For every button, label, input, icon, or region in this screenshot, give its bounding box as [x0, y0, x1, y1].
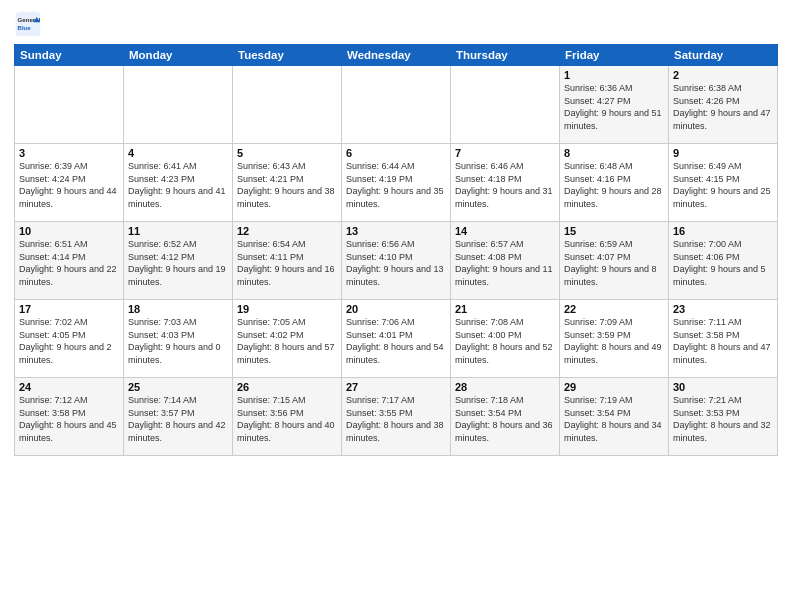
day-info: Sunrise: 7:12 AM Sunset: 3:58 PM Dayligh… [19, 394, 119, 444]
calendar-cell: 11Sunrise: 6:52 AM Sunset: 4:12 PM Dayli… [124, 222, 233, 300]
day-header-saturday: Saturday [669, 45, 778, 66]
day-number: 29 [564, 381, 664, 393]
day-number: 26 [237, 381, 337, 393]
day-info: Sunrise: 7:18 AM Sunset: 3:54 PM Dayligh… [455, 394, 555, 444]
logo-icon: General Blue [14, 10, 42, 38]
day-number: 21 [455, 303, 555, 315]
calendar-cell: 7Sunrise: 6:46 AM Sunset: 4:18 PM Daylig… [451, 144, 560, 222]
calendar-cell: 9Sunrise: 6:49 AM Sunset: 4:15 PM Daylig… [669, 144, 778, 222]
day-number: 7 [455, 147, 555, 159]
day-info: Sunrise: 7:03 AM Sunset: 4:03 PM Dayligh… [128, 316, 228, 366]
day-info: Sunrise: 7:11 AM Sunset: 3:58 PM Dayligh… [673, 316, 773, 366]
calendar-cell: 12Sunrise: 6:54 AM Sunset: 4:11 PM Dayli… [233, 222, 342, 300]
day-info: Sunrise: 7:05 AM Sunset: 4:02 PM Dayligh… [237, 316, 337, 366]
calendar-cell: 4Sunrise: 6:41 AM Sunset: 4:23 PM Daylig… [124, 144, 233, 222]
day-info: Sunrise: 6:43 AM Sunset: 4:21 PM Dayligh… [237, 160, 337, 210]
day-info: Sunrise: 6:59 AM Sunset: 4:07 PM Dayligh… [564, 238, 664, 288]
day-info: Sunrise: 6:57 AM Sunset: 4:08 PM Dayligh… [455, 238, 555, 288]
day-info: Sunrise: 7:00 AM Sunset: 4:06 PM Dayligh… [673, 238, 773, 288]
calendar-cell: 17Sunrise: 7:02 AM Sunset: 4:05 PM Dayli… [15, 300, 124, 378]
calendar-cell: 1Sunrise: 6:36 AM Sunset: 4:27 PM Daylig… [560, 66, 669, 144]
calendar-cell: 19Sunrise: 7:05 AM Sunset: 4:02 PM Dayli… [233, 300, 342, 378]
calendar-cell: 30Sunrise: 7:21 AM Sunset: 3:53 PM Dayli… [669, 378, 778, 456]
day-info: Sunrise: 6:48 AM Sunset: 4:16 PM Dayligh… [564, 160, 664, 210]
calendar-cell [15, 66, 124, 144]
day-number: 22 [564, 303, 664, 315]
calendar-cell: 22Sunrise: 7:09 AM Sunset: 3:59 PM Dayli… [560, 300, 669, 378]
day-number: 17 [19, 303, 119, 315]
day-header-friday: Friday [560, 45, 669, 66]
day-info: Sunrise: 6:49 AM Sunset: 4:15 PM Dayligh… [673, 160, 773, 210]
day-info: Sunrise: 6:56 AM Sunset: 4:10 PM Dayligh… [346, 238, 446, 288]
day-info: Sunrise: 6:54 AM Sunset: 4:11 PM Dayligh… [237, 238, 337, 288]
day-info: Sunrise: 7:21 AM Sunset: 3:53 PM Dayligh… [673, 394, 773, 444]
calendar-cell: 26Sunrise: 7:15 AM Sunset: 3:56 PM Dayli… [233, 378, 342, 456]
day-info: Sunrise: 7:19 AM Sunset: 3:54 PM Dayligh… [564, 394, 664, 444]
day-number: 4 [128, 147, 228, 159]
day-number: 10 [19, 225, 119, 237]
day-info: Sunrise: 7:08 AM Sunset: 4:00 PM Dayligh… [455, 316, 555, 366]
day-info: Sunrise: 7:17 AM Sunset: 3:55 PM Dayligh… [346, 394, 446, 444]
calendar-cell: 6Sunrise: 6:44 AM Sunset: 4:19 PM Daylig… [342, 144, 451, 222]
day-number: 27 [346, 381, 446, 393]
day-number: 15 [564, 225, 664, 237]
calendar-cell: 29Sunrise: 7:19 AM Sunset: 3:54 PM Dayli… [560, 378, 669, 456]
day-number: 13 [346, 225, 446, 237]
calendar-cell: 20Sunrise: 7:06 AM Sunset: 4:01 PM Dayli… [342, 300, 451, 378]
day-header-monday: Monday [124, 45, 233, 66]
day-number: 16 [673, 225, 773, 237]
calendar-cell: 18Sunrise: 7:03 AM Sunset: 4:03 PM Dayli… [124, 300, 233, 378]
day-header-sunday: Sunday [15, 45, 124, 66]
day-number: 14 [455, 225, 555, 237]
day-number: 28 [455, 381, 555, 393]
day-number: 12 [237, 225, 337, 237]
calendar-cell [342, 66, 451, 144]
calendar-cell: 13Sunrise: 6:56 AM Sunset: 4:10 PM Dayli… [342, 222, 451, 300]
day-number: 18 [128, 303, 228, 315]
calendar-cell: 10Sunrise: 6:51 AM Sunset: 4:14 PM Dayli… [15, 222, 124, 300]
day-number: 3 [19, 147, 119, 159]
calendar-cell: 23Sunrise: 7:11 AM Sunset: 3:58 PM Dayli… [669, 300, 778, 378]
day-info: Sunrise: 7:09 AM Sunset: 3:59 PM Dayligh… [564, 316, 664, 366]
day-info: Sunrise: 6:41 AM Sunset: 4:23 PM Dayligh… [128, 160, 228, 210]
day-info: Sunrise: 7:02 AM Sunset: 4:05 PM Dayligh… [19, 316, 119, 366]
calendar-cell: 28Sunrise: 7:18 AM Sunset: 3:54 PM Dayli… [451, 378, 560, 456]
day-number: 24 [19, 381, 119, 393]
day-header-thursday: Thursday [451, 45, 560, 66]
day-info: Sunrise: 6:46 AM Sunset: 4:18 PM Dayligh… [455, 160, 555, 210]
day-number: 5 [237, 147, 337, 159]
svg-text:Blue: Blue [18, 24, 32, 31]
day-number: 25 [128, 381, 228, 393]
day-header-tuesday: Tuesday [233, 45, 342, 66]
day-number: 20 [346, 303, 446, 315]
day-number: 8 [564, 147, 664, 159]
day-number: 30 [673, 381, 773, 393]
calendar-cell: 14Sunrise: 6:57 AM Sunset: 4:08 PM Dayli… [451, 222, 560, 300]
calendar-cell: 21Sunrise: 7:08 AM Sunset: 4:00 PM Dayli… [451, 300, 560, 378]
day-info: Sunrise: 6:39 AM Sunset: 4:24 PM Dayligh… [19, 160, 119, 210]
day-info: Sunrise: 6:44 AM Sunset: 4:19 PM Dayligh… [346, 160, 446, 210]
day-info: Sunrise: 7:14 AM Sunset: 3:57 PM Dayligh… [128, 394, 228, 444]
day-number: 2 [673, 69, 773, 81]
calendar-cell: 25Sunrise: 7:14 AM Sunset: 3:57 PM Dayli… [124, 378, 233, 456]
calendar-cell: 5Sunrise: 6:43 AM Sunset: 4:21 PM Daylig… [233, 144, 342, 222]
day-number: 19 [237, 303, 337, 315]
day-info: Sunrise: 6:36 AM Sunset: 4:27 PM Dayligh… [564, 82, 664, 132]
day-number: 1 [564, 69, 664, 81]
day-number: 6 [346, 147, 446, 159]
day-number: 11 [128, 225, 228, 237]
calendar-cell: 27Sunrise: 7:17 AM Sunset: 3:55 PM Dayli… [342, 378, 451, 456]
day-header-wednesday: Wednesday [342, 45, 451, 66]
day-number: 23 [673, 303, 773, 315]
calendar-cell: 16Sunrise: 7:00 AM Sunset: 4:06 PM Dayli… [669, 222, 778, 300]
calendar-cell [451, 66, 560, 144]
day-info: Sunrise: 7:15 AM Sunset: 3:56 PM Dayligh… [237, 394, 337, 444]
calendar-cell: 15Sunrise: 6:59 AM Sunset: 4:07 PM Dayli… [560, 222, 669, 300]
calendar-cell: 2Sunrise: 6:38 AM Sunset: 4:26 PM Daylig… [669, 66, 778, 144]
calendar-cell [124, 66, 233, 144]
logo: General Blue [14, 10, 46, 38]
calendar-cell: 8Sunrise: 6:48 AM Sunset: 4:16 PM Daylig… [560, 144, 669, 222]
calendar-cell [233, 66, 342, 144]
day-info: Sunrise: 6:51 AM Sunset: 4:14 PM Dayligh… [19, 238, 119, 288]
day-info: Sunrise: 6:52 AM Sunset: 4:12 PM Dayligh… [128, 238, 228, 288]
